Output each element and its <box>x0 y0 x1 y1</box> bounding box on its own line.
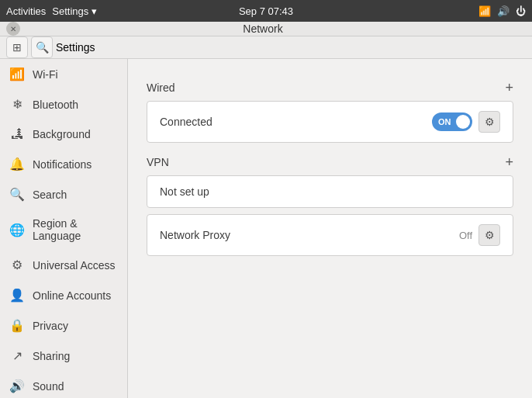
accounts-icon: 👤 <box>9 288 25 303</box>
toolbar: ⊞ 🔍 Settings <box>0 36 532 59</box>
sidebar-item-access[interactable]: ⚙Universal Access <box>0 250 127 280</box>
titlebar-controls: ✕ <box>6 22 20 36</box>
wired-section-header: Wired + <box>147 81 513 95</box>
close-button[interactable]: ✕ <box>6 22 20 36</box>
power-status-icon: ⏻ <box>516 5 526 17</box>
vpn-status: Not set up <box>160 185 209 198</box>
wired-settings-button[interactable]: ⚙ <box>478 111 500 133</box>
titlebar: ✕ Network <box>0 22 532 36</box>
wired-title: Wired <box>147 81 175 94</box>
toolbar-label: Settings <box>56 41 95 54</box>
topbar-right: 📶 🔊 ⏻ <box>478 5 526 17</box>
background-icon: 🏞 <box>9 127 25 141</box>
proxy-card-row: Network Proxy Off ⚙ <box>160 224 500 246</box>
sidebar-item-sharing[interactable]: ↗Sharing <box>0 341 127 371</box>
vpn-add-button[interactable]: + <box>505 155 513 169</box>
sound-status-icon: 🔊 <box>497 5 510 17</box>
sound-icon: 🔊 <box>9 379 25 393</box>
vpn-title: VPN <box>147 156 169 168</box>
settings-menu-button[interactable]: Settings ▾ <box>52 5 97 17</box>
content-area: 📶Wi-Fi❄Bluetooth🏞Background🔔Notification… <box>0 59 532 398</box>
notifications-icon: 🔔 <box>9 157 25 171</box>
proxy-card: Network Proxy Off ⚙ <box>147 214 513 256</box>
wired-card-controls: ON ⚙ <box>432 111 500 133</box>
sidebar-label-wifi: Wi-Fi <box>33 68 58 81</box>
sidebar-item-accounts[interactable]: 👤Online Accounts <box>0 280 127 310</box>
sidebar-label-region: Region & Language <box>33 217 118 242</box>
toggle-label: ON <box>438 117 451 126</box>
toolbar-apps-button[interactable]: ⊞ <box>6 36 28 58</box>
topbar-datetime: Sep 7 07:43 <box>239 5 293 17</box>
window-title: Network <box>20 22 506 35</box>
sidebar-item-region[interactable]: 🌐Region & Language <box>0 209 127 250</box>
wired-card-row: Connected ON ⚙ <box>160 111 500 133</box>
region-icon: 🌐 <box>9 223 25 237</box>
privacy-icon: 🔒 <box>9 318 25 333</box>
topbar-left: Activities Settings ▾ <box>6 5 97 17</box>
vpn-card: Not set up <box>147 175 513 208</box>
wired-toggle[interactable]: ON <box>432 112 472 131</box>
sidebar-label-sharing: Sharing <box>33 350 70 362</box>
sidebar-item-bluetooth[interactable]: ❄Bluetooth <box>0 89 127 119</box>
access-icon: ⚙ <box>9 258 25 272</box>
toggle-knob <box>456 115 470 129</box>
sidebar-label-notifications: Notifications <box>33 158 92 171</box>
topbar: Activities Settings ▾ Sep 7 07:43 📶 🔊 ⏻ <box>0 0 532 22</box>
sidebar: 📶Wi-Fi❄Bluetooth🏞Background🔔Notification… <box>0 59 128 398</box>
sidebar-label-accounts: Online Accounts <box>33 289 111 302</box>
settings-window: ✕ Network ⊞ 🔍 Settings 📶Wi-Fi❄Bluetooth🏞… <box>0 22 532 398</box>
main-panel: Wired + Connected ON ⚙ <box>128 59 532 398</box>
wired-add-button[interactable]: + <box>505 81 513 95</box>
sidebar-item-sound[interactable]: 🔊Sound <box>0 371 127 398</box>
wifi-icon: 📶 <box>9 67 25 81</box>
vpn-section-header: VPN + <box>147 155 513 169</box>
bluetooth-icon: ❄ <box>9 97 25 112</box>
sidebar-label-background: Background <box>33 128 91 140</box>
wired-card: Connected ON ⚙ <box>147 101 513 143</box>
proxy-settings-button[interactable]: ⚙ <box>478 224 500 246</box>
sidebar-label-search: Search <box>33 189 67 201</box>
proxy-card-controls: Off ⚙ <box>459 224 500 246</box>
sidebar-item-notifications[interactable]: 🔔Notifications <box>0 149 127 179</box>
vpn-section: VPN + Not set up <box>147 155 513 208</box>
sidebar-label-privacy: Privacy <box>33 320 68 332</box>
proxy-status: Off <box>459 230 472 241</box>
sidebar-label-bluetooth: Bluetooth <box>33 99 78 111</box>
toolbar-search-button[interactable]: 🔍 <box>31 36 53 58</box>
sharing-icon: ↗ <box>9 348 25 363</box>
sidebar-item-search[interactable]: 🔍Search <box>0 179 127 209</box>
network-status-icon: 📶 <box>478 5 491 17</box>
wired-connection-label: Connected <box>160 116 212 128</box>
proxy-section: Network Proxy Off ⚙ <box>147 214 513 256</box>
sidebar-item-background[interactable]: 🏞Background <box>0 119 127 149</box>
sidebar-label-sound: Sound <box>33 380 64 393</box>
activities-button[interactable]: Activities <box>6 5 46 17</box>
proxy-label: Network Proxy <box>160 229 230 241</box>
sidebar-item-wifi[interactable]: 📶Wi-Fi <box>0 59 127 89</box>
sidebar-label-access: Universal Access <box>33 259 116 272</box>
sidebar-item-privacy[interactable]: 🔒Privacy <box>0 310 127 341</box>
search-icon: 🔍 <box>9 187 25 202</box>
